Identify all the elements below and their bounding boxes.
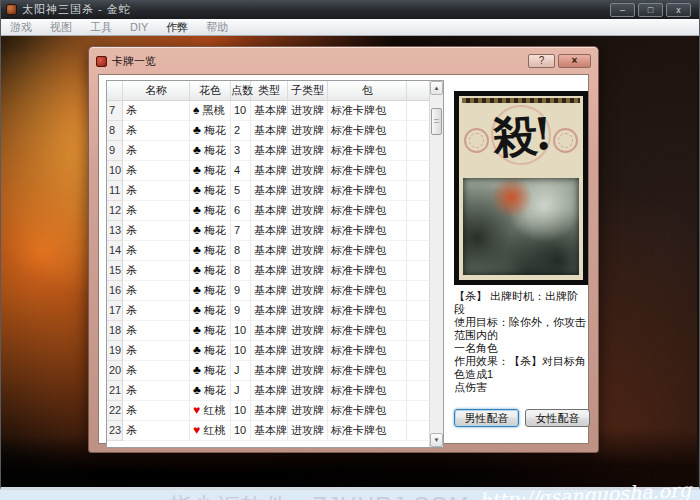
filler-cell [407, 421, 429, 441]
table-row[interactable]: 19 杀 ♣ 梅花 10 基本牌 进攻牌 标准卡牌包 [107, 341, 429, 361]
table-row[interactable]: 12 杀 ♣ 梅花 6 基本牌 进攻牌 标准卡牌包 [107, 201, 429, 221]
column-header-pack[interactable]: 包 [328, 81, 407, 100]
card-name-cell: 杀 [123, 321, 190, 341]
suit-label: 梅花 [204, 161, 226, 180]
card-name-cell: 杀 [123, 301, 190, 321]
type-cell: 基本牌 [251, 341, 288, 361]
table-row[interactable]: 10 杀 ♣ 梅花 4 基本牌 进攻牌 标准卡牌包 [107, 161, 429, 181]
table-row[interactable]: 22 杀 ♥ 红桃 10 基本牌 进攻牌 标准卡牌包 [107, 401, 429, 421]
female-voice-button[interactable]: 女性配音 [525, 409, 590, 427]
card-name-cell: 杀 [123, 421, 190, 441]
table-row[interactable]: 8 杀 ♣ 梅花 2 基本牌 进攻牌 标准卡牌包 [107, 121, 429, 141]
column-header-index[interactable] [107, 81, 123, 100]
pack-cell: 标准卡牌包 [328, 141, 407, 161]
maximize-button[interactable]: □ [638, 3, 663, 17]
suit-label: 梅花 [204, 241, 226, 260]
menu-item-tools[interactable]: 工具 [81, 20, 121, 35]
filler-cell [407, 281, 429, 301]
column-header-points[interactable]: 点数 [231, 81, 251, 100]
row-number: 19 [107, 341, 123, 361]
card-name-cell: 杀 [123, 141, 190, 161]
suit-icon: ♣ [193, 181, 201, 200]
row-number: 7 [107, 101, 123, 121]
dialog-help-button[interactable]: ? [528, 54, 555, 68]
card-table: 名称 花色 点数 类型 子类型 包 7 杀 ♠ 黑桃 10 [106, 80, 444, 448]
pack-cell: 标准卡牌包 [328, 201, 407, 221]
table-row[interactable]: 9 杀 ♣ 梅花 3 基本牌 进攻牌 标准卡牌包 [107, 141, 429, 161]
points-cell: 10 [231, 321, 251, 341]
subtype-cell: 进攻牌 [288, 301, 328, 321]
menu-item-view[interactable]: 视图 [41, 20, 81, 35]
column-header-suit[interactable]: 花色 [190, 81, 231, 100]
filler-cell [407, 301, 429, 321]
table-row[interactable]: 15 杀 ♣ 梅花 8 基本牌 进攻牌 标准卡牌包 [107, 261, 429, 281]
dialog-close-button[interactable]: × [558, 54, 591, 68]
table-row[interactable]: 7 杀 ♠ 黑桃 10 基本牌 进攻牌 标准卡牌包 [107, 101, 429, 121]
card-name-cell: 杀 [123, 201, 190, 221]
card-name-cell: 杀 [123, 121, 190, 141]
table-row[interactable]: 13 杀 ♣ 梅花 7 基本牌 进攻牌 标准卡牌包 [107, 221, 429, 241]
subtype-cell: 进攻牌 [288, 341, 328, 361]
table-row[interactable]: 23 杀 ♥ 红桃 10 基本牌 进攻牌 标准卡牌包 [107, 421, 429, 441]
table-row[interactable]: 17 杀 ♣ 梅花 9 基本牌 进攻牌 标准卡牌包 [107, 301, 429, 321]
table-row[interactable]: 16 杀 ♣ 梅花 9 基本牌 进攻牌 标准卡牌包 [107, 281, 429, 301]
row-number: 18 [107, 321, 123, 341]
table-row[interactable]: 14 杀 ♣ 梅花 8 基本牌 进攻牌 标准卡牌包 [107, 241, 429, 261]
row-number: 16 [107, 281, 123, 301]
pack-cell: 标准卡牌包 [328, 401, 407, 421]
pack-cell: 标准卡牌包 [328, 281, 407, 301]
close-button[interactable]: x [666, 3, 691, 17]
filler-cell [407, 161, 429, 181]
type-cell: 基本牌 [251, 101, 288, 121]
suit-cell: ♣ 梅花 [190, 121, 231, 141]
suit-cell: ♣ 梅花 [190, 181, 231, 201]
card-list-dialog: 卡牌一览 ? × 名称 花色 点数 类型 子类型 包 7 杀 [88, 46, 599, 453]
table-row[interactable]: 21 杀 ♣ 梅花 J 基本牌 进攻牌 标准卡牌包 [107, 381, 429, 401]
column-header-type[interactable]: 类型 [251, 81, 288, 100]
points-cell: 10 [231, 421, 251, 441]
suit-icon: ♣ [193, 121, 201, 140]
dialog-title-bar[interactable]: 卡牌一览 ? × [89, 47, 598, 71]
subtype-cell: 进攻牌 [288, 101, 328, 121]
table-row[interactable]: 20 杀 ♣ 梅花 J 基本牌 进攻牌 标准卡牌包 [107, 361, 429, 381]
pack-cell: 标准卡牌包 [328, 341, 407, 361]
menu-item-help[interactable]: 帮助 [197, 20, 237, 35]
scrollbar-thumb[interactable] [431, 108, 442, 135]
filler-cell [407, 381, 429, 401]
column-header-name[interactable]: 名称 [123, 81, 190, 100]
menu-item-cheat[interactable]: 作弊 [157, 20, 197, 35]
pack-cell: 标准卡牌包 [328, 301, 407, 321]
row-number: 22 [107, 401, 123, 421]
type-cell: 基本牌 [251, 301, 288, 321]
filler-cell [407, 181, 429, 201]
subtype-cell: 进攻牌 [288, 121, 328, 141]
filler-cell [407, 141, 429, 161]
table-row[interactable]: 18 杀 ♣ 梅花 10 基本牌 进攻牌 标准卡牌包 [107, 321, 429, 341]
card-name-cell: 杀 [123, 221, 190, 241]
filler-cell [407, 361, 429, 381]
card-face: 殺! [459, 96, 583, 280]
suit-icon: ♣ [193, 141, 201, 160]
minimize-button[interactable]: – [610, 3, 635, 17]
suit-icon: ♣ [193, 221, 201, 240]
filler-cell [407, 261, 429, 281]
row-number: 21 [107, 381, 123, 401]
suit-icon: ♣ [193, 381, 201, 400]
suit-label: 梅花 [204, 281, 226, 300]
menu-bar: 游戏 视图 工具 DIY 作弊 帮助 [1, 19, 699, 36]
suit-label: 梅花 [204, 121, 226, 140]
watermark-zjhhrj: 指尖汇软件 · ZJHHRJ.COM [169, 491, 469, 500]
column-header-subtype[interactable]: 子类型 [288, 81, 328, 100]
scroll-up-icon[interactable]: ▲ [430, 81, 443, 95]
pack-cell: 标准卡牌包 [328, 181, 407, 201]
vertical-scrollbar[interactable]: ▲ ▼ [429, 81, 443, 447]
table-row[interactable]: 11 杀 ♣ 梅花 5 基本牌 进攻牌 标准卡牌包 [107, 181, 429, 201]
suit-icon: ♣ [193, 321, 201, 340]
menu-item-diy[interactable]: DIY [121, 21, 157, 33]
suit-icon: ♣ [193, 341, 201, 360]
male-voice-button[interactable]: 男性配音 [454, 409, 519, 427]
card-name-cell: 杀 [123, 401, 190, 421]
suit-cell: ♣ 梅花 [190, 381, 231, 401]
menu-item-game[interactable]: 游戏 [1, 20, 41, 35]
scroll-down-icon[interactable]: ▼ [430, 433, 443, 447]
